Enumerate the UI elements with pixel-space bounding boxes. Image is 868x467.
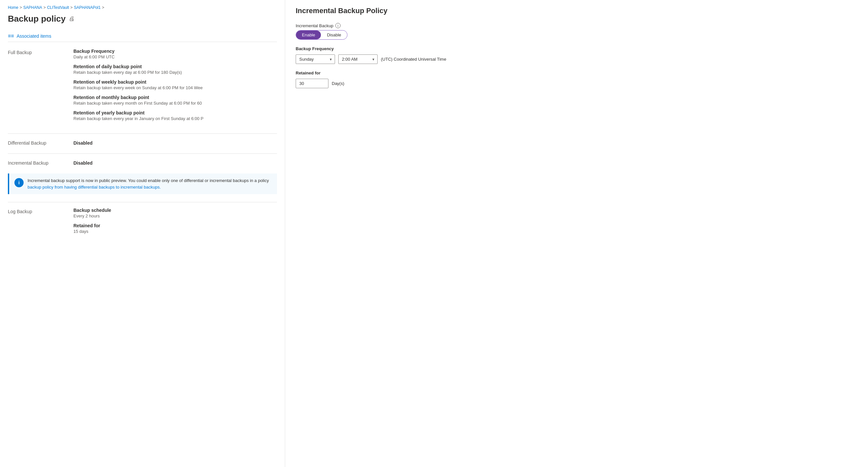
enable-toggle-button[interactable]: Enable [296, 30, 321, 39]
backup-frequency-field-label: Backup Frequency [296, 46, 858, 51]
disable-toggle-button[interactable]: Disable [321, 30, 347, 39]
daily-retention-row: Retention of daily backup point Retain b… [73, 64, 277, 75]
breadcrumb-saphana[interactable]: SAPHANA [23, 5, 42, 10]
weekly-retention-title: Retention of weekly backup point [73, 79, 277, 85]
info-banner-icon: i [14, 178, 24, 187]
page-title-row: Backup policy 🖨 [8, 14, 277, 24]
daily-retention-title: Retention of daily backup point [73, 64, 277, 69]
breadcrumb-sep-4: > [102, 5, 104, 10]
incremental-backup-field: Incremental Backup i Enable Disable [296, 23, 858, 40]
differential-backup-content: Differential Backup Disabled [8, 139, 277, 146]
differential-backup-details: Disabled [73, 139, 277, 146]
breadcrumb-vault[interactable]: CLITestVault [47, 5, 69, 10]
backup-schedule-value: Every 2 hours [73, 213, 277, 218]
weekly-retention-value: Retain backup taken every week on Sunday… [73, 85, 277, 90]
left-panel: Home > SAPHANA > CLITestVault > SAPHANAP… [0, 0, 285, 467]
incremental-backup-section: Incremental Backup Disabled [8, 159, 277, 166]
retained-input[interactable] [296, 79, 329, 88]
incremental-backup-field-text: Incremental Backup [296, 23, 333, 28]
log-retained-title: Retained for [73, 223, 277, 228]
breadcrumb-sep-1: > [20, 5, 22, 10]
weekly-retention-row: Retention of weekly backup point Retain … [73, 79, 277, 90]
log-retained-value: 15 days [73, 229, 277, 234]
retained-for-field-label: Retained for [296, 70, 858, 76]
yearly-retention-row: Retention of yearly backup point Retain … [73, 110, 277, 121]
log-backup-details: Backup schedule Every 2 hours Retained f… [73, 208, 277, 238]
backup-schedule-row: Backup schedule Every 2 hours [73, 208, 277, 218]
full-backup-details: Backup Frequency Daily at 6:00 PM UTC Re… [73, 49, 277, 126]
backup-frequency-title: Backup Frequency [73, 49, 277, 54]
incremental-backup-details: Disabled [73, 159, 277, 166]
differential-backup-status: Disabled [73, 139, 277, 146]
incremental-backup-content: Incremental Backup Disabled [8, 159, 277, 166]
backup-frequency-field: Backup Frequency Sunday Monday Tuesday W… [296, 46, 858, 64]
full-backup-label: Full Backup [8, 49, 73, 126]
breadcrumb: Home > SAPHANA > CLITestVault > SAPHANAP… [8, 5, 277, 10]
panel-title: Incremental Backup Policy [296, 6, 858, 15]
right-panel: Incremental Backup Policy Incremental Ba… [285, 0, 868, 467]
monthly-retention-row: Retention of monthly backup point Retain… [73, 95, 277, 106]
timezone-label: (UTC) Coordinated Universal Time [381, 57, 446, 62]
breadcrumb-sep-2: > [43, 5, 45, 10]
info-banner: i Incremental backup support is now in p… [8, 174, 277, 194]
daily-retention-value: Retain backup taken every day at 6:00 PM… [73, 70, 277, 75]
toggle-group: Enable Disable [296, 30, 347, 40]
incremental-backup-label: Incremental Backup [8, 159, 73, 166]
backup-frequency-value: Daily at 6:00 PM UTC [73, 54, 277, 59]
backup-frequency-row: Backup Frequency Daily at 6:00 PM UTC [73, 49, 277, 59]
monthly-retention-value: Retain backup taken every month on First… [73, 101, 277, 106]
time-select[interactable]: 12:00 AM 1:00 AM 2:00 AM 3:00 AM 4:00 AM… [338, 54, 378, 64]
breadcrumb-policy[interactable]: SAPHANAPol1 [74, 5, 101, 10]
frequency-row: Sunday Monday Tuesday Wednesday Thursday… [296, 54, 858, 64]
page-title: Backup policy [8, 14, 66, 24]
associated-items-tab[interactable]: ≡≡ Associated items [8, 30, 277, 42]
retained-for-field: Retained for Day(s) [296, 70, 858, 88]
day-select[interactable]: Sunday Monday Tuesday Wednesday Thursday… [296, 54, 335, 64]
backup-schedule-title: Backup schedule [73, 208, 277, 213]
log-backup-label: Log Backup [8, 208, 73, 238]
full-backup-section: Full Backup Backup Frequency Daily at 6:… [8, 49, 277, 126]
info-banner-main-text: Incremental backup support is now in pub… [28, 178, 269, 183]
associated-items-label: Associated items [17, 33, 52, 39]
log-backup-content: Log Backup Backup schedule Every 2 hours… [8, 208, 277, 238]
incremental-backup-status: Disabled [73, 159, 277, 166]
list-icon: ≡≡ [8, 33, 14, 39]
breadcrumb-home[interactable]: Home [8, 5, 18, 10]
day-select-wrapper: Sunday Monday Tuesday Wednesday Thursday… [296, 54, 335, 64]
log-backup-section: Log Backup Backup schedule Every 2 hours… [8, 208, 277, 238]
differential-backup-label: Differential Backup [8, 139, 73, 146]
info-banner-link[interactable]: backup policy from having differential b… [28, 185, 161, 189]
days-label: Day(s) [332, 81, 344, 86]
incremental-backup-field-label: Incremental Backup i [296, 23, 858, 28]
monthly-retention-title: Retention of monthly backup point [73, 95, 277, 100]
yearly-retention-title: Retention of yearly backup point [73, 110, 277, 115]
info-banner-text: Incremental backup support is now in pub… [28, 177, 269, 190]
retained-row: Day(s) [296, 79, 858, 88]
incremental-backup-info-icon[interactable]: i [335, 23, 341, 28]
print-icon[interactable]: 🖨 [69, 16, 75, 22]
yearly-retention-value: Retain backup taken every year in Januar… [73, 116, 277, 121]
log-retained-row: Retained for 15 days [73, 223, 277, 234]
time-select-wrapper: 12:00 AM 1:00 AM 2:00 AM 3:00 AM 4:00 AM… [338, 54, 378, 64]
full-backup-content: Full Backup Backup Frequency Daily at 6:… [8, 49, 277, 126]
breadcrumb-sep-3: > [70, 5, 73, 10]
differential-backup-section: Differential Backup Disabled [8, 139, 277, 146]
